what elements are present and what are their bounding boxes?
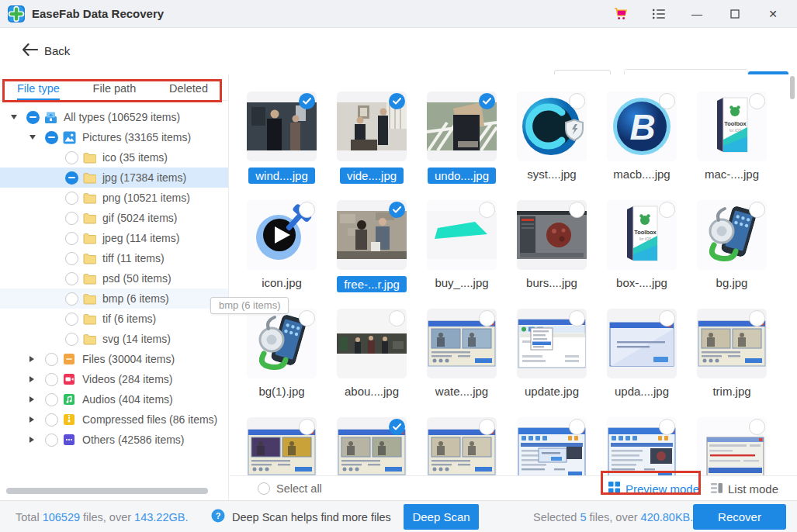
- item-checkbox[interactable]: [569, 93, 585, 109]
- sidebar-horizontal-scrollbar[interactable]: [6, 488, 208, 494]
- chevron-down-icon[interactable]: [11, 115, 26, 119]
- file-grid-item[interactable]: undo....jpg: [427, 92, 497, 200]
- tree-checkbox[interactable]: [45, 434, 58, 447]
- tree-item[interactable]: psd (50 items): [0, 268, 228, 288]
- chevron-right-icon[interactable]: [29, 376, 45, 382]
- minimize-button[interactable]: —: [688, 5, 705, 22]
- preview-mode-button[interactable]: Preview mode: [608, 476, 699, 501]
- tree-item[interactable]: Others (42586 items): [0, 430, 228, 450]
- file-grid-item[interactable]: free-...r.jpg: [337, 200, 407, 309]
- tree-item[interactable]: ico (35 items): [0, 147, 228, 168]
- tree-item[interactable]: jpg (17384 items): [0, 168, 228, 188]
- file-grid-item[interactable]: [427, 417, 497, 475]
- file-grid-item[interactable]: update.jpg: [517, 309, 587, 417]
- tab-deleted[interactable]: Deleted: [169, 82, 208, 95]
- back-button[interactable]: Back: [22, 43, 70, 58]
- select-all-checkbox[interactable]: [258, 482, 270, 495]
- select-all-toggle[interactable]: Select all: [258, 476, 322, 501]
- file-grid-item[interactable]: vide....jpg: [337, 92, 407, 200]
- file-grid-item[interactable]: Toolboxfor iOSmac-....jpg: [697, 92, 767, 200]
- item-checkbox[interactable]: [299, 310, 315, 326]
- file-grid-item[interactable]: upda....jpg: [607, 309, 677, 417]
- item-checkbox[interactable]: [389, 93, 405, 109]
- file-grid-item[interactable]: wind....jpg: [247, 92, 317, 200]
- tree-checkbox[interactable]: [65, 313, 78, 326]
- tree-checkbox[interactable]: [65, 232, 78, 245]
- chevron-right-icon[interactable]: [29, 356, 45, 362]
- maximize-button[interactable]: [726, 5, 743, 22]
- tab-file-path[interactable]: File path: [93, 82, 137, 95]
- item-checkbox[interactable]: [749, 310, 765, 326]
- tree-checkbox[interactable]: [45, 413, 58, 427]
- tree-item[interactable]: gif (5024 items): [0, 208, 228, 228]
- close-button[interactable]: ✕: [764, 5, 781, 22]
- file-grid-item[interactable]: trim.jpg: [697, 309, 767, 417]
- file-grid-item[interactable]: [337, 417, 407, 475]
- tree-item[interactable]: All types (106529 items): [0, 107, 228, 127]
- tree-checkbox[interactable]: [45, 393, 58, 406]
- item-checkbox[interactable]: [389, 419, 405, 435]
- file-grid-item[interactable]: icon.jpg: [247, 200, 317, 309]
- file-grid-item[interactable]: [607, 417, 677, 475]
- tree-checkbox[interactable]: [65, 292, 78, 306]
- tree-checkbox[interactable]: [65, 272, 78, 285]
- file-grid-item[interactable]: [697, 417, 767, 475]
- tree-checkbox[interactable]: [65, 333, 78, 346]
- item-checkbox[interactable]: [389, 202, 405, 218]
- tab-file-type[interactable]: File type: [17, 82, 60, 95]
- tree-item[interactable]: svg (14 items): [0, 329, 228, 349]
- item-checkbox[interactable]: [299, 202, 315, 218]
- chevron-right-icon[interactable]: [29, 437, 45, 443]
- grid-vertical-scrollbar[interactable]: [790, 76, 795, 99]
- tree-checkbox[interactable]: [65, 192, 78, 205]
- tree-item[interactable]: Compressed files (86 items): [0, 409, 228, 430]
- item-checkbox[interactable]: [479, 93, 495, 109]
- tree-checkbox[interactable]: [65, 212, 78, 225]
- question-icon[interactable]: ?: [211, 509, 225, 525]
- item-checkbox[interactable]: [659, 419, 675, 435]
- item-checkbox[interactable]: [299, 419, 315, 435]
- item-checkbox[interactable]: [389, 310, 405, 326]
- tree-checkbox[interactable]: [65, 252, 78, 265]
- tree-item[interactable]: Files (30004 items): [0, 349, 228, 369]
- tree-checkbox[interactable]: [45, 373, 58, 386]
- list-mode-button[interactable]: List mode: [711, 476, 778, 501]
- item-checkbox[interactable]: [659, 202, 675, 218]
- file-grid-item[interactable]: burs....jpg: [517, 200, 587, 309]
- item-checkbox[interactable]: [569, 310, 585, 326]
- tree-item[interactable]: tiff (11 items): [0, 248, 228, 268]
- tree-item[interactable]: jpeg (114 items): [0, 228, 228, 248]
- item-checkbox[interactable]: [479, 202, 495, 218]
- file-grid-item[interactable]: [247, 417, 317, 475]
- item-checkbox[interactable]: [299, 93, 315, 109]
- chevron-right-icon[interactable]: [29, 396, 45, 402]
- file-grid-item[interactable]: Toolboxfor iOSbox-....jpg: [607, 200, 677, 309]
- tree-item[interactable]: bmp (6 items): [0, 288, 228, 309]
- file-grid-item[interactable]: Bmacb....jpg: [607, 92, 677, 200]
- tree-checkbox[interactable]: [65, 171, 78, 185]
- tree-item[interactable]: Audios (404 items): [0, 389, 228, 409]
- file-grid-item[interactable]: wate....jpg: [427, 309, 497, 417]
- tree-checkbox[interactable]: [45, 131, 58, 144]
- file-grid-item[interactable]: abou....jpg: [337, 309, 407, 417]
- chevron-down-icon[interactable]: [29, 135, 45, 140]
- tree-item[interactable]: Videos (284 items): [0, 369, 228, 389]
- recover-button[interactable]: Recover: [693, 504, 786, 530]
- tree-item[interactable]: png (10521 items): [0, 188, 228, 208]
- tree-item[interactable]: tif (6 items): [0, 309, 228, 329]
- tree-checkbox[interactable]: [65, 151, 78, 164]
- file-grid-item[interactable]: bg(1).jpg: [247, 309, 317, 417]
- tree-checkbox[interactable]: [26, 111, 40, 124]
- menu-icon[interactable]: [650, 5, 667, 22]
- file-grid-item[interactable]: syst....jpg: [517, 92, 587, 200]
- deep-scan-button[interactable]: Deep Scan: [404, 504, 479, 530]
- item-checkbox[interactable]: [749, 93, 765, 109]
- item-checkbox[interactable]: [749, 419, 765, 435]
- item-checkbox[interactable]: [479, 419, 495, 435]
- tree-checkbox[interactable]: [45, 353, 58, 366]
- file-grid-item[interactable]: bg.jpg: [697, 200, 767, 309]
- item-checkbox[interactable]: [659, 310, 675, 326]
- file-grid-item[interactable]: buy_....jpg: [427, 200, 497, 309]
- item-checkbox[interactable]: [659, 93, 675, 109]
- item-checkbox[interactable]: [749, 202, 765, 218]
